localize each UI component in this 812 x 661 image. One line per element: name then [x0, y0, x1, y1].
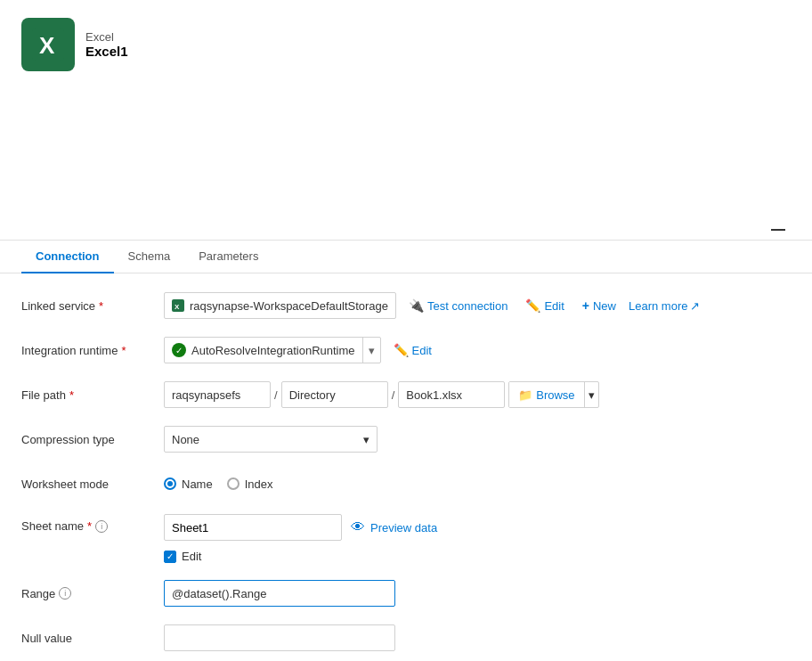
minimize-btn[interactable] [771, 229, 785, 231]
required-star-fp: * [69, 388, 74, 402]
range-controls [164, 580, 791, 607]
dropdown-arrow-icon[interactable]: ▾ [362, 338, 380, 363]
sheet-name-input[interactable] [164, 514, 342, 541]
edit-ir-icon: ✏️ [394, 343, 409, 357]
external-link-icon: ↗ [690, 299, 700, 313]
file-path-controls: / / 📁 Browse ▾ [164, 381, 791, 408]
svg-text:X: X [39, 32, 55, 59]
file-path-part2[interactable] [281, 381, 388, 408]
excel-app-name: Excel [85, 30, 128, 44]
excel-file-name: Excel1 [85, 44, 128, 59]
linked-service-input[interactable]: X raqsynapse-WorkspaceDefaultStorage [164, 292, 396, 319]
preview-icon: 👁 [351, 519, 365, 535]
linked-service-controls: X raqsynapse-WorkspaceDefaultStorage 🔌 T… [164, 292, 791, 319]
worksheet-mode-controls: Name Index [164, 477, 791, 491]
edit-checkbox-wrapper: ✓ Edit [164, 550, 201, 563]
test-connection-button[interactable]: 🔌 Test connection [403, 295, 513, 316]
integration-runtime-label: Integration runtime * [21, 344, 164, 357]
integration-runtime-input[interactable]: ✓ AutoResolveIntegrationRuntime ▾ [164, 337, 381, 363]
required-star: * [99, 299, 103, 313]
tab-connection[interactable]: Connection [21, 241, 114, 273]
excel-app-wrapper: X Excel Excel1 [21, 18, 128, 71]
browse-button[interactable]: 📁 Browse [509, 381, 583, 408]
linked-service-row: Linked service * X raqsynapse-WorkspaceD… [21, 291, 791, 320]
compression-type-row: Compression type None ▾ [21, 425, 791, 453]
radio-index[interactable]: Index [227, 477, 273, 491]
null-value-row: Null value [21, 624, 791, 652]
path-separator-1: / [274, 388, 278, 402]
excel-label: Excel Excel1 [85, 30, 128, 59]
excel-svg: X [32, 29, 64, 61]
linked-service-value: raqsynapse-WorkspaceDefaultStorage [190, 299, 388, 313]
file-path-part3[interactable] [398, 381, 505, 408]
integration-runtime-controls: ✓ AutoResolveIntegrationRuntime ▾ ✏️ Edi… [164, 337, 791, 363]
tab-schema[interactable]: Schema [114, 241, 185, 273]
radio-name-btn[interactable] [164, 477, 176, 490]
top-section: X Excel Excel1 [0, 0, 812, 241]
file-path-part1[interactable] [164, 381, 271, 408]
null-value-input[interactable] [164, 624, 395, 651]
form-area: Linked service * X raqsynapse-WorkspaceD… [0, 273, 812, 657]
worksheet-mode-row: Worksheet mode Name Index [21, 469, 791, 498]
tab-parameters[interactable]: Parameters [184, 241, 272, 273]
path-separator-2: / [392, 388, 395, 402]
range-input[interactable] [164, 580, 395, 607]
sheet-name-info-icon: i [95, 520, 108, 533]
file-path-label: File path * [21, 388, 164, 402]
edit-checkbox[interactable]: ✓ [164, 551, 176, 563]
radio-index-btn[interactable] [227, 477, 240, 490]
new-linked-service-button[interactable]: + New [577, 295, 621, 316]
edit-linked-service-button[interactable]: ✏️ Edit [520, 295, 569, 316]
radio-name-label: Name [182, 477, 213, 491]
folder-icon: 📁 [518, 388, 532, 402]
green-check-icon: ✓ [172, 343, 186, 357]
tabs-bar: Connection Schema Parameters [0, 241, 812, 273]
null-value-controls [164, 624, 791, 651]
worksheet-mode-options: Name Index [164, 477, 273, 491]
plug-icon: 🔌 [409, 298, 424, 313]
compression-dropdown-arrow: ▾ [363, 433, 369, 446]
range-row: Range i [21, 579, 791, 608]
integration-runtime-inner: ✓ AutoResolveIntegrationRuntime [165, 343, 362, 357]
range-info-icon: i [59, 587, 71, 600]
required-star-ir: * [121, 344, 126, 357]
radio-name[interactable]: Name [164, 477, 213, 491]
sheet-name-controls: 👁 Preview data ✓ Edit [164, 514, 791, 563]
preview-data-button[interactable]: 👁 Preview data [351, 519, 437, 535]
compression-type-controls: None ▾ [164, 426, 791, 453]
linked-service-icon: X [172, 299, 184, 312]
compression-type-label: Compression type [21, 433, 164, 446]
edit-checkbox-label: Edit [182, 550, 201, 563]
null-value-label: Null value [21, 632, 164, 645]
linked-service-label: Linked service * [21, 299, 164, 313]
range-label: Range i [21, 587, 164, 600]
plus-icon: + [582, 298, 589, 313]
radio-index-label: Index [245, 477, 273, 491]
edit-integration-runtime-button[interactable]: ✏️ Edit [388, 339, 437, 361]
required-star-sn: * [87, 519, 92, 533]
sheet-name-label: Sheet name * i [21, 514, 164, 533]
sheet-name-row: Sheet name * i 👁 Preview data ✓ Edit [21, 514, 791, 563]
integration-runtime-row: Integration runtime * ✓ AutoResolveInteg… [21, 336, 791, 364]
file-path-row: File path * / / 📁 Browse ▾ [21, 380, 791, 409]
learn-more-link[interactable]: Learn more ↗ [629, 299, 700, 313]
edit-icon: ✏️ [525, 298, 540, 313]
integration-runtime-value: AutoResolveIntegrationRuntime [191, 344, 355, 357]
excel-icon: X [21, 18, 75, 71]
worksheet-mode-label: Worksheet mode [21, 477, 164, 491]
svg-text:X: X [175, 303, 180, 310]
file-path-wrapper: / / 📁 Browse ▾ [164, 381, 599, 408]
compression-type-value: None [172, 433, 199, 446]
browse-split-arrow[interactable]: ▾ [584, 382, 598, 407]
compression-type-select[interactable]: None ▾ [164, 426, 378, 453]
